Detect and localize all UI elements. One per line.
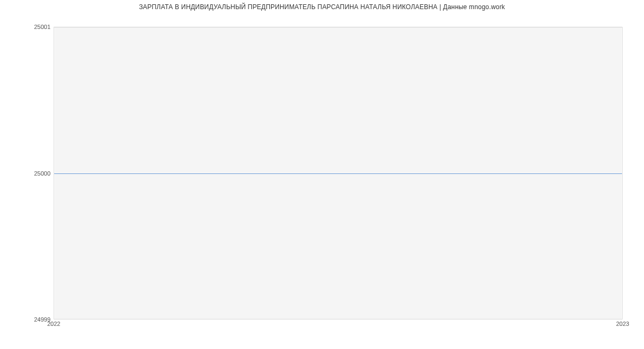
chart-title: ЗАРПЛАТА В ИНДИВИДУАЛЬНЫЙ ПРЕДПРИНИМАТЕЛ… — [0, 3, 644, 11]
x-tick-label: 2023 — [616, 321, 629, 327]
x-tick-label: 2022 — [47, 321, 60, 327]
series-line — [54, 173, 622, 174]
y-tick-label: 25001 — [2, 24, 50, 30]
y-tick-label: 24999 — [2, 317, 50, 323]
salary-line-chart: ЗАРПЛАТА В ИНДИВИДУАЛЬНЫЙ ПРЕДПРИНИМАТЕЛ… — [0, 0, 644, 349]
plot-area — [54, 27, 623, 319]
y-tick-label: 25000 — [2, 171, 50, 177]
